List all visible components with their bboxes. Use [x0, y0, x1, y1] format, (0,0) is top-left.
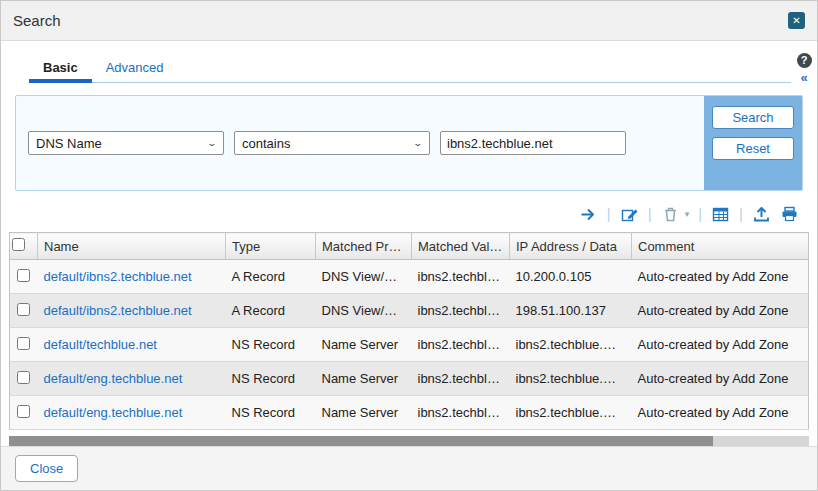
search-dialog: Search ✕ Basic Advanced ? « DNS Name ⌄ c…	[0, 0, 818, 491]
cell-matched-property: DNS View/…	[316, 260, 412, 294]
toolbar-separator: |	[698, 205, 702, 223]
side-icon-column: ? «	[794, 53, 814, 84]
search-criteria-panel: DNS Name ⌄ contains ⌄ Search Reset	[15, 95, 803, 191]
toolbar-separator: |	[607, 205, 611, 223]
select-all-checkbox[interactable]	[12, 238, 25, 251]
close-button[interactable]: Close	[15, 455, 78, 482]
field-select[interactable]: DNS Name ⌄	[28, 131, 224, 155]
dialog-title: Search	[13, 12, 61, 29]
dialog-content: Basic Advanced ? « DNS Name ⌄ contains ⌄	[1, 41, 817, 446]
cell-type: NS Record	[226, 328, 316, 362]
cell-matched-value: ibns2.techblue.…	[412, 294, 510, 328]
collapse-icon[interactable]: «	[800, 71, 807, 84]
record-link[interactable]: default/ibns2.techblue.net	[44, 269, 192, 284]
toolbar-separator: |	[739, 205, 743, 223]
goto-icon[interactable]	[579, 205, 598, 224]
table-row[interactable]: default/eng.techblue.net NS Record Name …	[10, 396, 809, 430]
results-table: Name Type Matched Pr… Matched Value IP A…	[9, 232, 809, 430]
cell-matched-value: ibns2.techblue.…	[412, 362, 510, 396]
delete-icon[interactable]	[661, 205, 680, 224]
field-select-value: DNS Name	[36, 136, 102, 151]
cell-type: NS Record	[226, 362, 316, 396]
tab-advanced[interactable]: Advanced	[92, 53, 178, 82]
column-header-matched-property[interactable]: Matched Pr…	[316, 233, 412, 260]
search-button[interactable]: Search	[712, 106, 794, 129]
cell-comment: Auto-created by Add Zone	[632, 328, 809, 362]
cell-type: NS Record	[226, 396, 316, 430]
table-row[interactable]: default/techblue.net NS Record Name Serv…	[10, 328, 809, 362]
cell-comment: Auto-created by Add Zone	[632, 294, 809, 328]
row-checkbox[interactable]	[17, 337, 30, 350]
delete-dropdown-icon[interactable]: ▾	[685, 209, 690, 219]
chevron-down-icon: ⌄	[413, 138, 424, 148]
horizontal-scrollbar-track[interactable]	[9, 436, 809, 446]
dialog-footer: Close	[1, 446, 817, 490]
table-header-row: Name Type Matched Pr… Matched Value IP A…	[10, 233, 809, 260]
edit-icon[interactable]	[620, 205, 639, 224]
cell-type: A Record	[226, 260, 316, 294]
dialog-titlebar: Search ✕	[1, 1, 817, 41]
table-row[interactable]: default/eng.techblue.net NS Record Name …	[10, 362, 809, 396]
column-header-comment[interactable]: Comment	[632, 233, 809, 260]
cell-ip-data: ibns2.techblue.…	[510, 362, 632, 396]
row-checkbox[interactable]	[17, 405, 30, 418]
cell-ip-data: 10.200.0.105	[510, 260, 632, 294]
dialog-close-icon[interactable]: ✕	[788, 12, 805, 29]
cell-comment: Auto-created by Add Zone	[632, 396, 809, 430]
table-view-icon[interactable]	[711, 205, 730, 224]
cell-matched-property: Name Server	[316, 362, 412, 396]
column-header-name[interactable]: Name	[38, 233, 226, 260]
print-icon[interactable]	[780, 205, 799, 224]
tab-bar: Basic Advanced	[29, 53, 791, 83]
record-link[interactable]: default/eng.techblue.net	[44, 371, 183, 386]
help-icon[interactable]: ?	[797, 53, 812, 68]
cell-ip-data: 198.51.100.137	[510, 294, 632, 328]
select-all-header[interactable]	[10, 233, 38, 260]
cell-matched-property: DNS View/…	[316, 294, 412, 328]
cell-ip-data: ibns2.techblue.…	[510, 328, 632, 362]
table-row[interactable]: default/ibns2.techblue.net A Record DNS …	[10, 260, 809, 294]
toolbar-separator: |	[648, 205, 652, 223]
row-checkbox[interactable]	[17, 303, 30, 316]
cell-matched-property: Name Server	[316, 328, 412, 362]
cell-matched-property: Name Server	[316, 396, 412, 430]
tab-basic[interactable]: Basic	[29, 53, 92, 82]
column-header-matched-value[interactable]: Matched Value	[412, 233, 510, 260]
search-value-input[interactable]	[440, 131, 626, 155]
operator-select-value: contains	[242, 136, 290, 151]
search-button-panel: Search Reset	[704, 96, 802, 190]
cell-type: A Record	[226, 294, 316, 328]
row-checkbox[interactable]	[17, 371, 30, 384]
table-row[interactable]: default/ibns2.techblue.net A Record DNS …	[10, 294, 809, 328]
record-link[interactable]: default/techblue.net	[44, 337, 157, 352]
record-link[interactable]: default/ibns2.techblue.net	[44, 303, 192, 318]
cell-matched-value: ibns2.techblue.…	[412, 260, 510, 294]
chevron-down-icon: ⌄	[207, 138, 218, 148]
row-checkbox[interactable]	[17, 269, 30, 282]
column-header-type[interactable]: Type	[226, 233, 316, 260]
operator-select[interactable]: contains ⌄	[234, 131, 430, 155]
export-icon[interactable]	[752, 205, 771, 224]
cell-comment: Auto-created by Add Zone	[632, 260, 809, 294]
search-controls: DNS Name ⌄ contains ⌄	[28, 131, 626, 155]
horizontal-scrollbar-thumb[interactable]	[9, 436, 713, 446]
reset-button[interactable]: Reset	[712, 137, 794, 160]
results-toolbar: | | ▾ | |	[1, 204, 799, 224]
cell-matched-value: ibns2.techblue.…	[412, 396, 510, 430]
column-header-ip-data[interactable]: IP Address / Data	[510, 233, 632, 260]
cell-comment: Auto-created by Add Zone	[632, 362, 809, 396]
cell-matched-value: ibns2.techblue.…	[412, 328, 510, 362]
cell-ip-data: ibns2.techblue.…	[510, 396, 632, 430]
record-link[interactable]: default/eng.techblue.net	[44, 405, 183, 420]
